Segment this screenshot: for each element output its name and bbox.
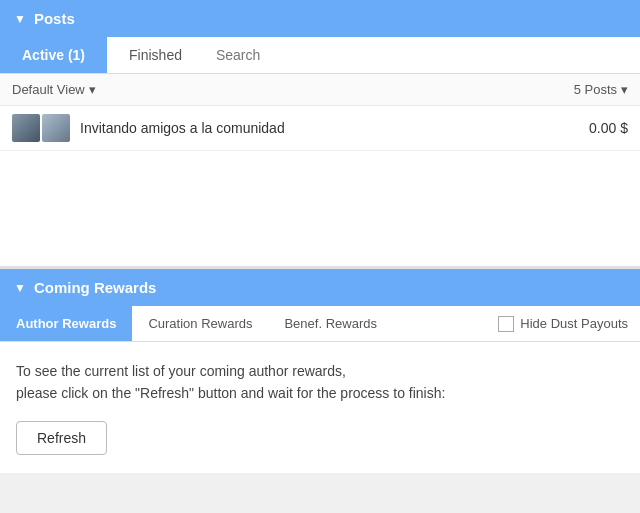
tab-active[interactable]: Active (1) [0, 37, 107, 73]
posts-panel: ▼ Posts Active (1) Finished Default View… [0, 0, 640, 266]
tab-author-rewards[interactable]: Author Rewards [0, 306, 132, 341]
search-input[interactable] [204, 37, 640, 73]
posts-count-label: 5 Posts [574, 82, 617, 97]
post-title: Invitando amigos a la comunidad [80, 120, 579, 136]
rewards-title: Coming Rewards [34, 279, 157, 296]
hide-dust-label: Hide Dust Payouts [520, 316, 628, 331]
tab-benef-rewards[interactable]: Benef. Rewards [268, 306, 393, 341]
post-list: Invitando amigos a la comunidad 0.00 $ [0, 106, 640, 266]
post-thumbnails [12, 114, 70, 142]
hide-dust-checkbox[interactable] [498, 316, 514, 332]
posts-title: Posts [34, 10, 75, 27]
post-value: 0.00 $ [589, 120, 628, 136]
thumbnail-1 [12, 114, 40, 142]
tab-curation-rewards[interactable]: Curation Rewards [132, 306, 268, 341]
posts-tabs-row: Active (1) Finished [0, 37, 640, 74]
default-view-chevron-icon: ▾ [89, 82, 96, 97]
thumbnail-image-2 [42, 114, 70, 142]
posts-count-select[interactable]: 5 Posts ▾ [574, 82, 628, 97]
posts-count-chevron-icon: ▾ [621, 82, 628, 97]
rewards-tabs-row: Author Rewards Curation Rewards Benef. R… [0, 306, 640, 342]
rewards-chevron-icon: ▼ [14, 281, 26, 295]
thumbnail-2 [42, 114, 70, 142]
default-view-label: Default View [12, 82, 85, 97]
rewards-description-line2: please click on the "Refresh" button and… [16, 382, 624, 404]
refresh-button[interactable]: Refresh [16, 421, 107, 455]
table-row[interactable]: Invitando amigos a la comunidad 0.00 $ [0, 106, 640, 151]
default-view-select[interactable]: Default View ▾ [12, 82, 96, 97]
posts-chevron-icon: ▼ [14, 12, 26, 26]
tab-finished[interactable]: Finished [107, 37, 204, 73]
thumbnail-image-1 [12, 114, 40, 142]
rewards-section-header: ▼ Coming Rewards [0, 269, 640, 306]
hide-dust-container[interactable]: Hide Dust Payouts [486, 308, 640, 340]
rewards-content: To see the current list of your coming a… [0, 342, 640, 473]
posts-section-header: ▼ Posts [0, 0, 640, 37]
rewards-description-line1: To see the current list of your coming a… [16, 360, 624, 382]
rewards-panel: ▼ Coming Rewards Author Rewards Curation… [0, 266, 640, 473]
posts-toolbar: Default View ▾ 5 Posts ▾ [0, 74, 640, 106]
